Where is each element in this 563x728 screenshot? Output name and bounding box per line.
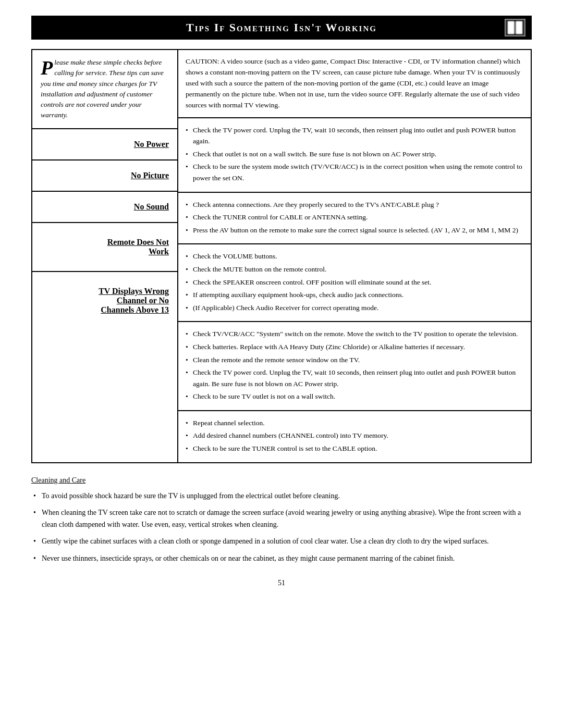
list-item: Check to be sure the system mode switch … <box>186 161 523 183</box>
remote-label-line1: Remote Does Not <box>107 238 169 247</box>
list-item: Repeat channel selection. <box>186 417 523 429</box>
intro-box: P lease make these simple checks before … <box>32 50 177 129</box>
cleaning-title: Cleaning and Care <box>31 475 532 486</box>
tv-channel-solutions: Repeat channel selection. Add desired ch… <box>178 411 531 462</box>
problem-no-power: No Power <box>32 129 177 161</box>
list-item: When cleaning the TV screen take care no… <box>31 507 532 530</box>
tv-channel-list: Repeat channel selection. Add desired ch… <box>186 417 523 454</box>
page-header: Tips If Something Isn't Working <box>31 16 532 40</box>
problem-no-picture: No Picture <box>32 161 177 192</box>
problem-remote: Remote Does Not Work <box>32 223 177 272</box>
tv-channel-label-line2: Channel or No <box>117 296 169 305</box>
list-item: Press the AV button on the remote to mak… <box>186 225 523 236</box>
list-item: Check the TV power cord. Unplug the TV, … <box>186 367 523 389</box>
remote-list: Check TV/VCR/ACC "System" switch on the … <box>186 328 523 402</box>
right-column: CAUTION: A video source (such as a video… <box>178 50 531 463</box>
caution-text: CAUTION: A video source (such as a video… <box>186 57 520 109</box>
left-column: P lease make these simple checks before … <box>32 50 178 463</box>
list-item: Check the TUNER control for CABLE or ANT… <box>186 212 523 223</box>
svg-rect-0 <box>508 21 514 34</box>
no-power-list: Check the TV power cord. Unplug the TV, … <box>186 125 523 184</box>
svg-rect-1 <box>516 21 522 34</box>
list-item: Check batteries. Replace with AA Heavy D… <box>186 341 523 353</box>
no-picture-label: No Picture <box>131 171 169 180</box>
tv-channel-label-line3: Channels Above 13 <box>101 305 169 315</box>
page-title: Tips If Something Isn't Working <box>186 21 377 34</box>
cleaning-section: Cleaning and Care To avoid possible shoc… <box>31 475 532 564</box>
list-item: Never use thinners, insecticide sprays, … <box>31 553 532 564</box>
list-item: Gently wipe the cabinet surfaces with a … <box>31 536 532 547</box>
list-item: Check the TV power cord. Unplug the TV, … <box>186 125 523 147</box>
drop-cap: P <box>41 59 53 76</box>
remote-solutions: Check TV/VCR/ACC "System" switch on the … <box>178 322 531 411</box>
no-picture-solutions: Check antenna connections. Are they prop… <box>178 193 531 245</box>
book-icon <box>505 19 525 36</box>
cleaning-list: To avoid possible shock hazard be sure t… <box>31 490 532 564</box>
list-item: Check antenna connections. Are they prop… <box>186 199 523 211</box>
list-item: To avoid possible shock hazard be sure t… <box>31 490 532 502</box>
list-item: Add desired channel numbers (CHANNEL con… <box>186 430 523 441</box>
problem-tv-channel: TV Displays Wrong Channel or No Channels… <box>32 272 177 329</box>
no-sound-solutions: Check the VOLUME buttons. Check the MUTE… <box>178 244 531 322</box>
list-item: (If Applicable) Check Audio Receiver for… <box>186 302 523 314</box>
list-item: Check the MUTE button on the remote cont… <box>186 264 523 275</box>
no-picture-list: Check antenna connections. Are they prop… <box>186 199 523 236</box>
list-item: Check to be sure the TUNER control is se… <box>186 443 523 454</box>
list-item: Clean the remote and the remote sensor w… <box>186 354 523 366</box>
list-item: If attempting auxiliary equipment hook-u… <box>186 289 523 301</box>
problem-no-sound: No Sound <box>32 192 177 223</box>
remote-label-line2: Work <box>149 247 169 256</box>
no-sound-list: Check the VOLUME buttons. Check the MUTE… <box>186 251 523 313</box>
list-item: Check TV/VCR/ACC "System" switch on the … <box>186 328 523 340</box>
list-item: Check the VOLUME buttons. <box>186 251 523 262</box>
list-item: Check that outlet is not on a wall switc… <box>186 149 523 160</box>
list-item: Check the SPEAKER onscreen control. OFF … <box>186 277 523 288</box>
main-content-table: P lease make these simple checks before … <box>31 49 532 463</box>
no-power-label: No Power <box>134 140 169 149</box>
no-power-solutions: Check the TV power cord. Unplug the TV, … <box>178 118 531 193</box>
no-sound-label: No Sound <box>134 202 169 212</box>
tv-channel-label-line1: TV Displays Wrong <box>99 287 169 296</box>
list-item: Check to be sure TV outlet is not on a w… <box>186 391 523 402</box>
page-number: 51 <box>31 579 532 587</box>
intro-text: lease make these simple checks before ca… <box>41 58 164 119</box>
caution-box: CAUTION: A video source (such as a video… <box>178 50 531 118</box>
